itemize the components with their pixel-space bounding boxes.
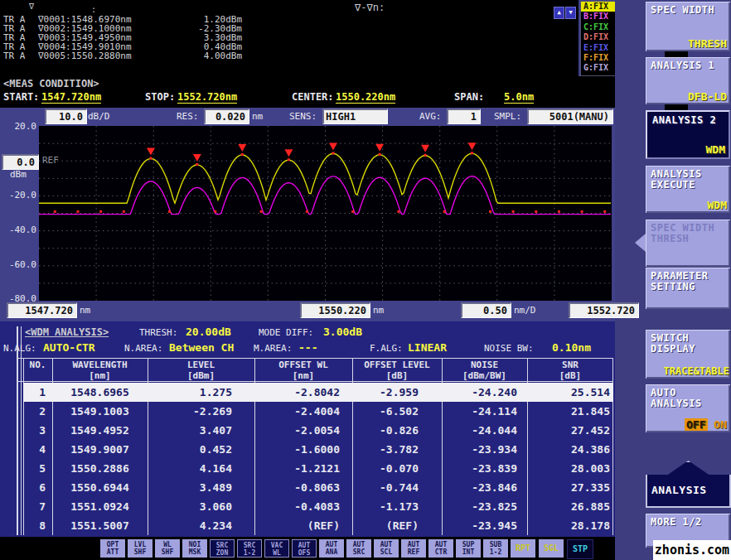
softkey-label: SPEC WIDTH	[651, 5, 730, 16]
status-key-line2: CTR	[428, 548, 453, 556]
menu-tab-analysis[interactable]: ANALYSIS	[646, 461, 731, 508]
sens-field[interactable]: HIGH1	[322, 109, 388, 124]
cell-noise: -24.044	[442, 424, 517, 437]
marker-colon: :	[91, 5, 96, 14]
center-value[interactable]: 1550.220nm	[336, 91, 395, 104]
spectrum-plot[interactable]: REF	[39, 126, 612, 301]
status-key[interactable]: SRC ZON	[210, 539, 235, 558]
status-key[interactable]: SUB 1-2	[483, 539, 508, 558]
res-label: RES:	[177, 111, 199, 122]
single-sweep-button[interactable]: SGL	[539, 539, 564, 558]
status-key[interactable]: AUT SCL	[374, 539, 399, 558]
cell-offset-level: -0.826	[352, 424, 419, 437]
status-key[interactable]: WL SHF	[155, 539, 180, 558]
watermark: zhonis.com	[653, 540, 731, 560]
nalg-value[interactable]: AUTO-CTR	[43, 341, 95, 354]
cell-offset-wl: -2.4004	[254, 405, 340, 418]
cell-noise: -24.114	[442, 405, 517, 418]
status-key[interactable]: OPT ATT	[100, 539, 125, 558]
ref-line-label: REF	[42, 155, 59, 166]
table-row[interactable]: 2 1549.1003 -2.269 -2.4004 -6.502 -24.11…	[23, 402, 613, 421]
marea-value[interactable]: ---	[298, 341, 317, 354]
trace-name: G:FIX	[583, 63, 608, 73]
status-key-line1: AUT	[428, 541, 453, 548]
x-axis-row: 1547.720 nm 1550.220 nm 0.50 nm/D 1552.7…	[0, 300, 615, 321]
status-key[interactable]: NOI MSK	[182, 539, 207, 558]
cell-level: 3.407	[149, 424, 232, 437]
cell-no: 8	[23, 519, 46, 532]
status-key[interactable]: AUT SRC	[346, 539, 371, 558]
auto-analysis-on[interactable]: ON	[714, 418, 727, 431]
noise-bw-value[interactable]: 0.10nm	[552, 341, 591, 354]
table-row[interactable]: 3 1549.4952 3.407 -2.0054 -0.826 -24.044…	[23, 421, 613, 440]
status-key[interactable]: AUT CTR	[428, 539, 453, 558]
status-key[interactable]: AUT ANA	[319, 539, 344, 558]
table-row[interactable]: 6 1550.6944 3.489 -0.8063 -0.744 -23.846…	[23, 478, 613, 497]
softkey-auto-analysis[interactable]: AUTO ANALYSIS OFF ON	[646, 384, 730, 432]
softkey-label: ANALYSIS 2	[652, 115, 729, 126]
cell-wavelength: 1550.2886	[52, 462, 148, 475]
cell-no: 4	[23, 443, 46, 456]
status-key[interactable]: AUT OFS	[292, 539, 317, 558]
table-row[interactable]: 7 1551.0924 3.060 -0.4083 -1.173 -23.825…	[23, 497, 613, 516]
x-start-field[interactable]: 1547.720	[7, 302, 77, 318]
status-key-line2: REF	[401, 548, 426, 556]
table-row[interactable]: 5 1550.2886 4.164 -1.2121 -0.070 -23.839…	[23, 459, 613, 478]
softkey-analysis-2-selected[interactable]: ANALYSIS 2 WDM	[646, 110, 730, 159]
trace-name: E:FIX	[583, 43, 608, 53]
table-row[interactable]: 4 1549.9007 0.452 -1.6000 -3.782 -23.934…	[23, 440, 613, 459]
cell-offset-wl: -1.6000	[254, 443, 340, 456]
status-key-line1: AUT	[319, 541, 344, 548]
status-key[interactable]: LVL SHF	[128, 539, 152, 558]
softkey-label: MORE 1/2	[651, 517, 730, 528]
table-row[interactable]: 8 1551.5007 4.234 (REF) (REF) -23.945 28…	[23, 516, 613, 535]
cell-wavelength: 1549.4952	[52, 424, 148, 437]
status-key-line1: AUT	[346, 541, 371, 548]
trace-name: F:FIX	[583, 53, 608, 63]
cell-no: 5	[23, 462, 46, 475]
avg-field[interactable]: 1	[447, 109, 481, 124]
x-stop-field[interactable]: 1552.720	[569, 302, 639, 318]
smpl-field[interactable]: 5001(MANU)	[527, 109, 613, 124]
cell-noise: -23.846	[442, 481, 517, 494]
softkey-spec-width-thresh-ghost[interactable]: SPEC WIDTH THRESH	[646, 220, 730, 267]
softkey-parameter-setting[interactable]: PARAMETER SETTING	[646, 268, 730, 309]
stop-sweep-button[interactable]: STP	[567, 539, 593, 559]
stop-value[interactable]: 1552.720nm	[177, 91, 237, 104]
table-header-border	[17, 381, 613, 382]
softkey-value: DFB-LD	[688, 90, 727, 103]
status-key[interactable]: VAC WL	[264, 539, 289, 558]
res-field[interactable]: 0.020	[204, 109, 249, 124]
softkey-value: TRACE&TABLE	[664, 365, 729, 377]
start-value[interactable]: 1547.720nm	[41, 91, 101, 104]
status-key-line1: NOI	[182, 541, 207, 548]
softkey-switch-display[interactable]: SWITCH DISPLAY TRACE&TABLE	[646, 330, 730, 379]
status-key[interactable]: SUP INT	[456, 539, 481, 558]
stop-label: STOP:	[145, 91, 175, 103]
mode-diff-value[interactable]: 3.00dB	[323, 326, 362, 338]
col-header-offset-wl: OFFSET WL[nm]	[254, 360, 352, 381]
falg-value[interactable]: LINEAR	[408, 341, 447, 354]
softkey-analysis-1[interactable]: ANALYSIS 1 DFB-LD	[646, 57, 730, 104]
status-key[interactable]: AUT REF	[401, 539, 426, 558]
y-label-m60: -60.0	[2, 259, 36, 270]
cell-offset-wl: -0.8063	[254, 481, 340, 494]
ref-level-field[interactable]: 0.0	[2, 154, 39, 170]
status-key-line2: OFS	[293, 549, 316, 557]
softkey-analysis-execute[interactable]: ANALYSIS EXECUTE WDM	[646, 166, 730, 213]
softkey-label: ANALYSIS 1	[651, 60, 730, 71]
softkey-spec-width[interactable]: SPEC WIDTH THRESH	[646, 2, 730, 51]
x-scale-unit: nm/D	[514, 305, 536, 316]
x-center-field[interactable]: 1550.220	[300, 302, 370, 318]
auto-analysis-off[interactable]: OFF	[685, 418, 707, 431]
status-key-line1: OPT	[100, 541, 125, 548]
span-value[interactable]: 5.0nm	[504, 91, 534, 104]
cell-level: 4.234	[149, 519, 232, 532]
table-row[interactable]: 1 1548.6965 1.275 -2.8042 -2.959 -24.240…	[23, 383, 613, 402]
narea-value[interactable]: Between CH	[169, 341, 234, 354]
thresh-value[interactable]: 20.00dB	[186, 326, 231, 338]
x-scale-field[interactable]: 0.50	[461, 302, 511, 318]
repeat-sweep-button[interactable]: RPT	[511, 539, 535, 558]
status-key[interactable]: SRC 1-2	[237, 539, 262, 558]
db-per-div-field[interactable]: 10.0	[45, 109, 87, 124]
